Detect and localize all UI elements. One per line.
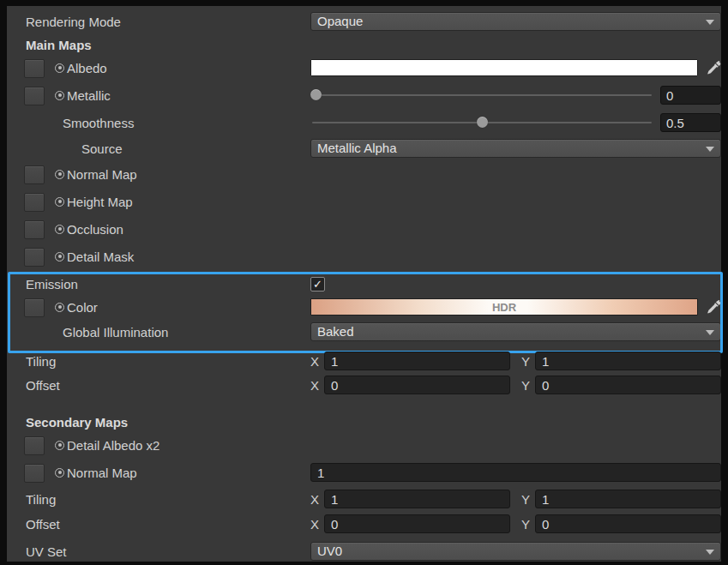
uv-set-row: UV Set UV0 [7,542,721,561]
main-tiling-row: Tiling X Y [7,352,721,370]
y-axis-label: Y [521,378,530,393]
metallic-value-field[interactable] [660,86,721,105]
main-offset-y-field[interactable] [535,376,721,394]
smoothness-label: Smoothness [63,116,134,130]
chevron-down-icon [706,550,714,555]
occlusion-label: Occlusion [67,222,123,237]
x-axis-label: X [310,354,319,369]
texture-target-icon[interactable] [55,225,64,234]
texture-target-icon[interactable] [55,91,64,100]
emission-hdr-color-swatch[interactable]: HDR [310,298,698,316]
global-illumination-value: Baked [317,323,354,340]
detail-albedo-row: Detail Albedo x2 [7,436,721,454]
slider-track [312,94,652,96]
emission-label: Emission [26,277,78,292]
occlusion-texture-slot[interactable] [24,220,45,239]
detail-mask-label: Detail Mask [67,249,134,264]
normal-map-label: Normal Map [67,167,137,182]
y-axis-label: Y [521,492,530,507]
detail-mask-row: Detail Mask [7,247,721,266]
uv-set-value: UV0 [317,543,342,560]
secondary-tiling-y-field[interactable] [535,490,721,508]
texture-target-icon[interactable] [55,441,64,450]
source-row: Source Metallic Alpha [7,139,721,158]
main-offset-x-field[interactable] [324,376,510,394]
smoothness-value-field[interactable] [660,113,721,132]
global-illumination-label: Global Illumination [63,325,168,340]
texture-target-icon[interactable] [55,468,64,478]
source-label: Source [81,141,123,156]
checkmark-icon: ✓ [313,279,322,290]
main-maps-header: Main Maps [26,38,92,52]
source-dropdown[interactable]: Metallic Alpha [310,139,721,158]
secondary-normal-map-row: Normal Map [7,463,721,482]
texture-target-icon[interactable] [55,170,64,179]
emission-texture-slot[interactable] [24,298,45,317]
metallic-slider[interactable] [310,86,653,105]
texture-target-icon[interactable] [55,252,64,261]
secondary-normal-map-label: Normal Map [67,466,137,480]
height-map-texture-slot[interactable] [24,193,45,212]
eyedropper-icon[interactable] [706,60,721,75]
uv-set-label: UV Set [26,544,67,559]
rendering-mode-dropdown[interactable]: Opaque [310,12,721,31]
metallic-slider-handle[interactable] [310,89,322,100]
rendering-mode-row: Rendering Mode Opaque [7,12,721,31]
x-axis-label: X [310,492,319,507]
global-illumination-row: Global Illumination Baked [7,322,721,341]
emission-color-row: Color HDR [7,298,721,316]
material-inspector-panel: Rendering Mode Opaque Main Maps Albedo [7,6,721,562]
main-tiling-y-field[interactable] [535,352,721,370]
chevron-down-icon [706,147,714,152]
emission-checkbox[interactable]: ✓ [310,277,325,292]
texture-target-icon[interactable] [55,197,64,207]
metallic-texture-slot[interactable] [24,87,45,105]
uv-set-dropdown[interactable]: UV0 [310,542,721,561]
smoothness-row: Smoothness [7,113,721,132]
eyedropper-icon[interactable] [706,299,721,315]
chevron-down-icon [706,330,714,335]
detail-mask-texture-slot[interactable] [24,248,45,267]
rendering-mode-label: Rendering Mode [26,15,121,29]
secondary-normal-map-texture-slot[interactable] [24,464,45,483]
emission-color-label: Color [67,300,98,315]
secondary-offset-row: Offset X Y [7,514,721,533]
global-illumination-dropdown[interactable]: Baked [310,322,721,341]
secondary-maps-header: Secondary Maps [26,415,128,430]
secondary-tiling-x-field[interactable] [324,490,510,508]
offset-label: Offset [26,517,60,532]
albedo-label: Albedo [67,61,107,75]
main-maps-header-row: Main Maps [7,35,721,54]
emission-row: Emission ✓ [7,274,721,293]
detail-albedo-texture-slot[interactable] [24,436,45,455]
detail-albedo-label: Detail Albedo x2 [67,438,159,453]
smoothness-slider[interactable] [310,113,653,132]
metallic-row: Metallic [7,86,721,105]
secondary-offset-x-field[interactable] [324,514,510,533]
chevron-down-icon [706,20,714,25]
albedo-row: Albedo [7,58,721,77]
y-axis-label: Y [521,354,530,369]
secondary-tiling-row: Tiling X Y [7,490,721,508]
texture-target-icon[interactable] [55,303,64,312]
normal-map-row: Normal Map [7,165,721,183]
albedo-texture-slot[interactable] [24,59,45,78]
x-axis-label: X [310,378,319,393]
texture-target-icon[interactable] [55,63,64,73]
main-offset-row: Offset X Y [7,376,721,394]
y-axis-label: Y [521,517,530,532]
normal-map-texture-slot[interactable] [24,165,45,184]
albedo-color-swatch[interactable] [310,59,698,76]
main-tiling-x-field[interactable] [324,352,510,370]
secondary-offset-y-field[interactable] [535,514,721,533]
hdr-badge: HDR [492,301,516,314]
offset-label: Offset [26,378,60,393]
tiling-label: Tiling [26,354,56,369]
smoothness-slider-handle[interactable] [477,117,488,128]
secondary-normal-map-scale-field[interactable] [310,463,721,482]
metallic-label: Metallic [67,88,111,103]
x-axis-label: X [310,517,319,532]
height-map-label: Height Map [67,195,133,209]
source-value: Metallic Alpha [317,140,397,157]
height-map-row: Height Map [7,192,721,211]
